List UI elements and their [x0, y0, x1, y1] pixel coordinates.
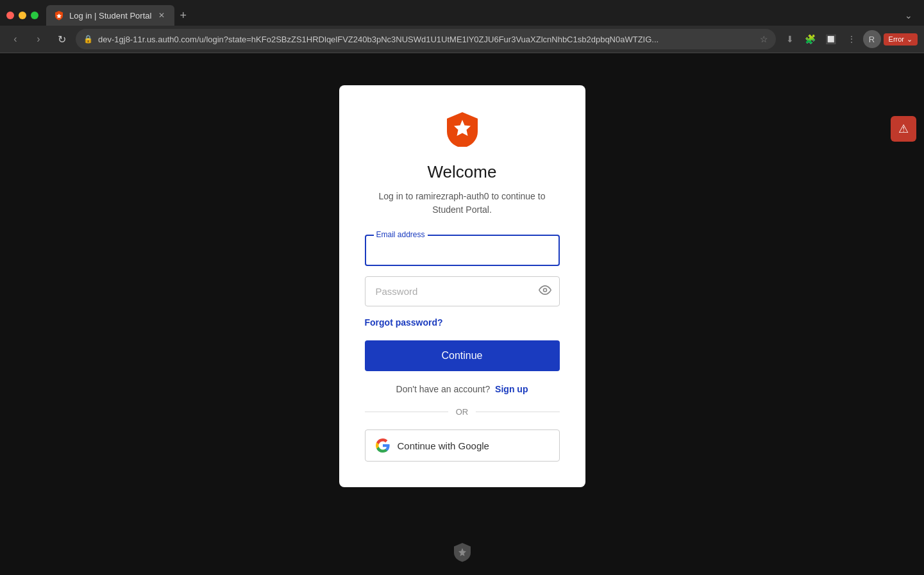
new-tab-button[interactable]: +	[174, 5, 192, 26]
address-bar[interactable]: 🔒 dev-1gj8-11r.us.auth0.com/u/login?stat…	[76, 29, 776, 49]
reload-button[interactable]: ↻	[53, 30, 71, 48]
email-input-wrapper: Email address	[365, 235, 560, 266]
or-left-line	[365, 412, 448, 412]
email-group: Email address	[365, 235, 560, 266]
browser-chrome: Log in | Student Portal ✕ + ⌄ ‹ › ↻ 🔒 de…	[0, 0, 924, 53]
lock-icon: 🔒	[83, 35, 93, 44]
footer-logo	[452, 542, 473, 565]
puzzle-button[interactable]: 🔲	[822, 30, 840, 48]
or-text: OR	[456, 407, 469, 417]
or-right-line	[476, 412, 559, 412]
close-tab-button[interactable]: ✕	[156, 10, 167, 21]
card-subtitle: Log in to ramirezraph-auth0 to continue …	[365, 190, 560, 217]
tab-favicon-icon	[54, 10, 64, 21]
no-account-text: Don't have an account?	[396, 384, 491, 394]
tab-title: Log in | Student Portal	[69, 11, 151, 21]
or-divider: OR	[365, 407, 560, 417]
window-controls	[6, 12, 38, 19]
card-logo	[365, 111, 560, 147]
eye-icon	[539, 283, 551, 299]
page-content: ⚠ Welcome Log in to ramirezraph-auth0 to…	[0, 53, 924, 575]
error-chevron-icon: ⌄	[907, 35, 912, 44]
extensions-button[interactable]: 🧩	[802, 30, 819, 48]
error-label: Error	[889, 35, 904, 43]
more-button[interactable]: ⋮	[843, 30, 861, 48]
alert-button[interactable]: ⚠	[891, 116, 916, 142]
email-label: Email address	[374, 230, 428, 239]
expand-button[interactable]: ⌄	[900, 8, 918, 23]
tab-bar: Log in | Student Portal ✕ + ⌄	[0, 0, 924, 26]
show-password-button[interactable]	[539, 283, 551, 299]
active-tab[interactable]: Log in | Student Portal ✕	[46, 5, 174, 26]
brand-logo-icon	[444, 111, 480, 147]
welcome-title: Welcome	[365, 162, 560, 182]
password-group	[365, 276, 560, 306]
svg-point-2	[543, 288, 546, 292]
nav-bar: ‹ › ↻ 🔒 dev-1gj8-11r.us.auth0.com/u/logi…	[0, 26, 924, 53]
bookmark-button[interactable]: ☆	[760, 34, 768, 44]
download-button[interactable]: ⬇	[781, 30, 799, 48]
footer-logo-icon	[452, 542, 473, 563]
back-button[interactable]: ‹	[6, 30, 24, 48]
signup-row: Don't have an account? Sign up	[365, 384, 560, 394]
google-btn-label: Continue with Google	[398, 440, 489, 451]
close-window-button[interactable]	[6, 12, 14, 19]
profile-button[interactable]: R	[863, 30, 881, 48]
alert-triangle-icon: ⚠	[898, 122, 909, 136]
google-continue-button[interactable]: Continue with Google	[365, 429, 560, 462]
nav-actions: ⬇ 🧩 🔲 ⋮ R Error ⌄	[781, 30, 918, 48]
address-text: dev-1gj8-11r.us.auth0.com/u/login?state=…	[98, 35, 755, 44]
password-input-wrapper	[365, 276, 560, 306]
google-icon	[376, 438, 390, 453]
login-card: Welcome Log in to ramirezraph-auth0 to c…	[339, 85, 585, 487]
password-input[interactable]	[365, 277, 559, 306]
signup-link[interactable]: Sign up	[495, 384, 528, 394]
continue-button[interactable]: Continue	[365, 340, 560, 371]
forward-button[interactable]: ›	[29, 30, 47, 48]
maximize-window-button[interactable]	[31, 12, 38, 19]
error-button[interactable]: Error ⌄	[884, 33, 918, 46]
email-input[interactable]	[366, 236, 559, 265]
minimize-window-button[interactable]	[19, 12, 26, 19]
forgot-password-link[interactable]: Forgot password?	[365, 317, 443, 328]
